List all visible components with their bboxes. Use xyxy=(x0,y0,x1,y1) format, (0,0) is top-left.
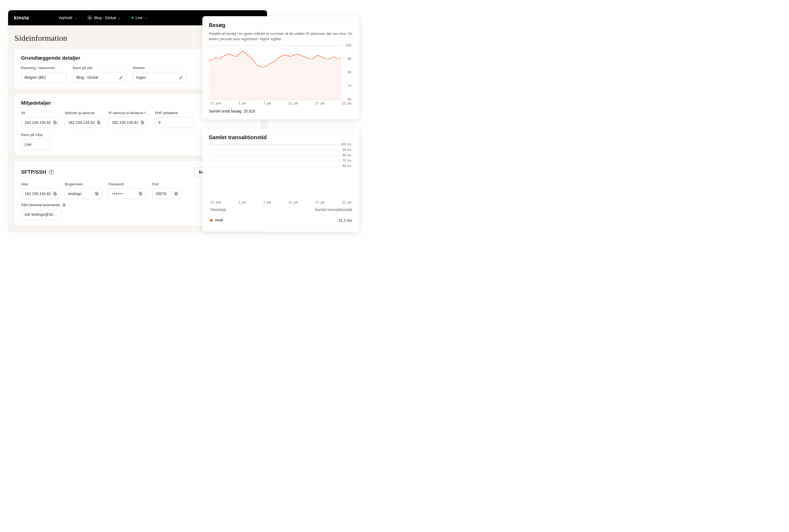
svg-rect-9 xyxy=(95,192,97,194)
x-tick: 2. juli xyxy=(238,201,246,204)
visits-total: Samlet antal besøg: 25.323 xyxy=(209,109,353,113)
environment-selector[interactable]: Live ⌄ xyxy=(129,14,150,22)
visits-chart: 10090807060 xyxy=(209,45,353,99)
x-tick: 17. juli xyxy=(315,101,325,105)
y-tick: 90 xyxy=(348,57,351,61)
svg-rect-7 xyxy=(54,192,56,194)
visits-x-axis: 27. juni2. juli7. juli12. juli17. juli22… xyxy=(209,101,353,105)
label-env-name: Navn på miljø xyxy=(21,133,51,137)
label-site-ip: Website ip-adresse xyxy=(65,111,102,115)
svg-rect-2 xyxy=(98,122,100,124)
value-location: Belgien (BE) xyxy=(24,75,46,80)
field-path[interactable]: 162.159.134.42 xyxy=(21,117,59,128)
edit-icon xyxy=(119,75,123,80)
visits-description: Antallet af besøg i en given måned er su… xyxy=(209,31,353,41)
y-tick: 60 xyxy=(348,97,351,101)
tech-label: PHP xyxy=(210,218,223,223)
y-tick: 70 xyxy=(348,84,351,88)
card-title: SFTP/SSH xyxy=(21,169,46,175)
transaction-x-axis: 27. juni2. juli7. juli12. juli17. juli22… xyxy=(209,201,353,204)
company-name: Vejrhold xyxy=(59,16,72,20)
svg-rect-15 xyxy=(63,204,64,206)
value-sitename: Blog - Global xyxy=(76,75,98,80)
transaction-chart: 100 ms90 ms80 ms70 ms60 ms xyxy=(209,144,353,198)
field-external-ip[interactable]: 162.159.134.42 xyxy=(109,117,146,128)
y-tick: 90 ms xyxy=(342,148,351,152)
copy-icon xyxy=(138,192,143,196)
transaction-title: Samlet transaktionstid xyxy=(209,134,353,140)
value-external-ip: 162.159.134.42 xyxy=(112,120,138,125)
chevron-down-icon: ⌄ xyxy=(118,16,120,20)
svg-rect-12 xyxy=(175,193,177,195)
col-total: Samlet transaktionstid xyxy=(315,207,352,212)
value-env-name: Live xyxy=(24,142,32,147)
label-tags: Mærker xyxy=(133,66,187,70)
x-tick: 22. juli xyxy=(342,201,351,204)
site-selector[interactable]: W Blog - Global ⌄ xyxy=(85,14,123,22)
label-password: Password xyxy=(109,182,146,186)
value-path: 162.159.134.42 xyxy=(24,120,51,125)
field-php-workers: 9 xyxy=(155,117,194,128)
y-tick: 80 xyxy=(348,71,351,74)
y-tick: 100 xyxy=(346,43,351,47)
svg-rect-0 xyxy=(55,122,56,124)
y-tick: 70 ms xyxy=(342,159,351,163)
field-port[interactable]: 29576 xyxy=(152,188,182,199)
table-row: PHP21.2 ms xyxy=(209,215,353,226)
card-visits: Besøg Antallet af besøg i en given måned… xyxy=(202,16,359,119)
x-tick: 17. juli xyxy=(315,201,325,204)
value-password-masked: •••••• xyxy=(112,192,123,196)
copy-icon xyxy=(53,120,57,125)
label-external-ip: IP-adresse til eksterne forb xyxy=(109,111,149,115)
help-icon[interactable]: ? xyxy=(49,170,54,174)
field-ssh-command[interactable]: ssh testingo@34.7... xyxy=(21,209,61,220)
y-tick: 80 ms xyxy=(342,153,351,157)
edit-icon xyxy=(179,75,183,80)
copy-icon xyxy=(140,120,145,125)
x-tick: 7. juli xyxy=(263,101,271,105)
x-tick: 12. juli xyxy=(288,201,298,204)
value-port: 29576 xyxy=(156,192,166,196)
svg-rect-13 xyxy=(175,192,177,194)
legend-dot-icon xyxy=(210,219,213,222)
copy-icon xyxy=(97,120,101,125)
y-tick: 100 ms xyxy=(341,142,351,146)
value-username: testingo xyxy=(68,192,81,196)
x-tick: 12. juli xyxy=(288,101,298,105)
value-host: 162.159.134.42 xyxy=(24,192,51,196)
label-username: Brugernavn xyxy=(65,182,102,186)
copy-icon xyxy=(53,192,57,196)
x-tick: 7. juli xyxy=(263,201,271,204)
label-path: Sti xyxy=(21,111,59,115)
value-ssh-command: ssh testingo@34.7... xyxy=(24,212,58,216)
svg-rect-5 xyxy=(141,121,143,123)
value-site-ip: 162.159.134.42 xyxy=(68,120,94,125)
x-tick: 27. juni xyxy=(210,101,221,105)
label-ssh-command: SSH terminal kommando xyxy=(21,203,60,207)
y-tick: 60 ms xyxy=(342,164,351,168)
field-username[interactable]: testingo xyxy=(65,188,102,199)
copy-icon xyxy=(174,192,179,196)
copy-icon[interactable] xyxy=(62,203,66,207)
svg-rect-1 xyxy=(54,121,56,123)
tech-value: 21.2 ms xyxy=(338,218,352,223)
field-password[interactable]: •••••• xyxy=(109,188,146,199)
field-site-ip[interactable]: 162.159.134.42 xyxy=(65,117,102,128)
chevron-down-icon: ⌄ xyxy=(74,16,77,20)
wordpress-icon: W xyxy=(88,16,92,20)
svg-rect-8 xyxy=(96,193,98,195)
field-tags[interactable]: Ingen xyxy=(133,72,187,83)
brand-logo: kinsta xyxy=(14,15,29,21)
field-host[interactable]: 162.159.134.42 xyxy=(21,188,59,199)
field-location: Belgien (BE) xyxy=(21,72,67,83)
environment-name: Live xyxy=(136,16,143,20)
company-selector[interactable]: Vejrhold ⌄ xyxy=(56,14,80,22)
label-host: Host xyxy=(21,182,59,186)
label-location: Placering / datacenter xyxy=(21,66,67,70)
field-sitename[interactable]: Blog - Global xyxy=(73,72,127,83)
svg-rect-11 xyxy=(139,192,141,194)
svg-rect-14 xyxy=(63,204,65,206)
site-name: Blog - Global xyxy=(94,16,116,20)
visits-title: Besøg xyxy=(209,22,353,28)
value-tags: Ingen xyxy=(136,75,146,80)
